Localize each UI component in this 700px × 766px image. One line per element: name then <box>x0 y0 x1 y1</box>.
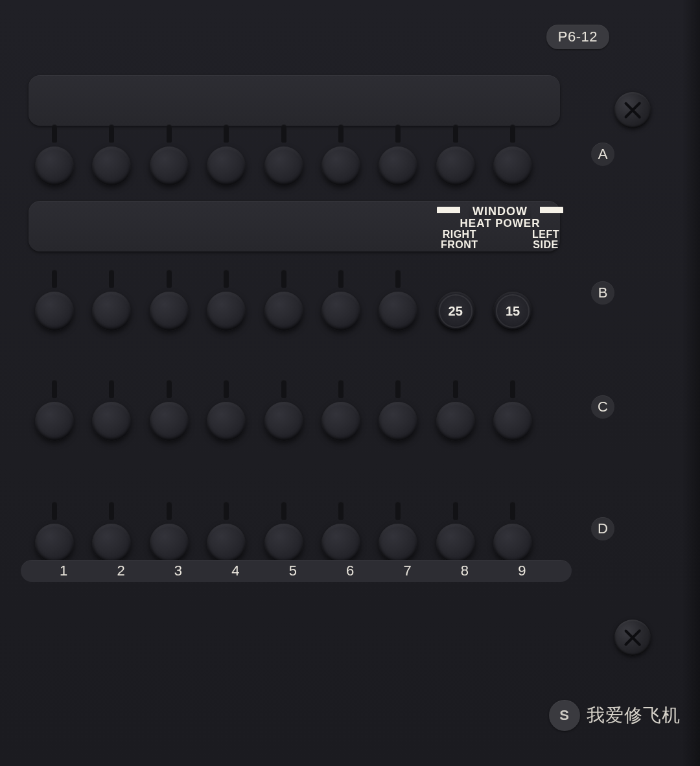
breaker-A-2[interactable] <box>92 121 131 185</box>
col-number-5: 5 <box>264 563 321 579</box>
breaker-C-8[interactable] <box>436 376 475 441</box>
breaker-C-7[interactable] <box>379 376 417 441</box>
breaker-D-4[interactable] <box>207 498 246 563</box>
row-B-knobs: 2515 <box>29 266 560 331</box>
breaker-cap <box>35 292 74 331</box>
breaker-stem <box>453 380 458 398</box>
breaker-stem <box>52 124 57 143</box>
breaker-B-6[interactable] <box>321 266 360 331</box>
breaker-stem <box>109 270 114 288</box>
col-number-4: 4 <box>207 563 264 579</box>
row-A-knobs <box>29 121 560 185</box>
breaker-stem <box>281 502 286 520</box>
breaker-D-7[interactable] <box>379 498 417 563</box>
watermark-text: 我爱修飞机 <box>587 703 681 728</box>
breaker-cap <box>436 146 475 185</box>
row-C-letter: C <box>591 395 614 419</box>
breaker-B-9[interactable]: 15 <box>493 266 532 331</box>
row-D-letter: D <box>591 517 614 540</box>
watermark-icon: S <box>549 700 580 731</box>
breaker-C-5[interactable] <box>264 376 303 441</box>
breaker-stem <box>224 124 229 143</box>
breaker-A-6[interactable] <box>321 121 360 185</box>
breaker-B-8[interactable]: 25 <box>436 266 475 331</box>
watermark: S 我爱修飞机 <box>549 700 681 731</box>
breaker-stem <box>52 502 57 520</box>
window-heat-label-group: WINDOW HEAT POWER RIGHT FRONT LEFT SIDE <box>437 205 563 250</box>
breaker-C-9[interactable] <box>493 376 532 441</box>
window-heat-sub: HEAT POWER <box>437 218 563 229</box>
breaker-B-1[interactable] <box>35 266 74 331</box>
breaker-D-1[interactable] <box>35 498 74 563</box>
breaker-C-3[interactable] <box>150 376 189 441</box>
breaker-B-4[interactable] <box>207 266 246 331</box>
row-A-letter: A <box>591 143 614 166</box>
breaker-cap <box>493 402 532 441</box>
row-C: C <box>29 350 560 441</box>
screw-top-right <box>614 92 651 128</box>
row-C-knobs <box>29 376 560 441</box>
breaker-stem <box>224 380 229 398</box>
breaker-cap <box>321 524 360 563</box>
breaker-panel: P6-12 A WINDOW HEAT POWER RIGHT <box>0 0 700 766</box>
row-D: D <box>29 472 560 563</box>
breaker-stem <box>167 380 172 398</box>
breaker-A-8[interactable] <box>436 121 475 185</box>
breaker-A-9[interactable] <box>493 121 532 185</box>
breaker-D-9[interactable] <box>493 498 532 563</box>
breaker-stem <box>224 502 229 520</box>
breaker-stem <box>167 124 172 143</box>
breaker-A-4[interactable] <box>207 121 246 185</box>
breaker-stem <box>52 270 57 288</box>
breaker-cap <box>207 402 246 441</box>
breaker-A-7[interactable] <box>379 121 417 185</box>
breaker-D-3[interactable] <box>150 498 189 563</box>
panel-id-badge: P6-12 <box>546 25 609 49</box>
breaker-cap <box>207 524 246 563</box>
row-A-label-bar <box>29 75 560 126</box>
breaker-stem <box>52 380 57 398</box>
breaker-B-3[interactable] <box>150 266 189 331</box>
breaker-cap <box>379 402 417 441</box>
breaker-cap <box>379 524 417 563</box>
breaker-D-8[interactable] <box>436 498 475 563</box>
col-number-9: 9 <box>493 563 550 579</box>
col-number-6: 6 <box>321 563 379 579</box>
col-number-7: 7 <box>379 563 436 579</box>
breaker-stem <box>109 124 114 143</box>
breaker-cap <box>493 524 532 563</box>
breaker-C-6[interactable] <box>321 376 360 441</box>
breaker-stem <box>510 124 515 143</box>
breaker-A-1[interactable] <box>35 121 74 185</box>
breaker-cap <box>321 402 360 441</box>
breaker-C-2[interactable] <box>92 376 131 441</box>
breaker-cap <box>207 292 246 331</box>
breaker-D-2[interactable] <box>92 498 131 563</box>
breaker-stem <box>167 502 172 520</box>
breaker-stem <box>109 380 114 398</box>
breaker-stem <box>338 380 344 398</box>
breaker-B-2[interactable] <box>92 266 131 331</box>
breaker-cap <box>92 292 131 331</box>
breaker-B-5[interactable] <box>264 266 303 331</box>
row-A: A <box>29 75 560 185</box>
breaker-stem <box>510 380 515 398</box>
breaker-cap <box>321 146 360 185</box>
breaker-A-5[interactable] <box>264 121 303 185</box>
bracket-icon <box>437 205 563 214</box>
breaker-B-7[interactable] <box>379 266 417 331</box>
breaker-stem <box>338 270 344 288</box>
breaker-stem <box>281 124 286 143</box>
breaker-A-3[interactable] <box>150 121 189 185</box>
breaker-D-5[interactable] <box>264 498 303 563</box>
breaker-D-6[interactable] <box>321 498 360 563</box>
breaker-C-4[interactable] <box>207 376 246 441</box>
breaker-grid: A WINDOW HEAT POWER RIGHT FRONT <box>29 75 560 563</box>
breaker-cap <box>379 146 417 185</box>
col-number-1: 1 <box>35 563 92 579</box>
breaker-cap <box>436 402 475 441</box>
fuse-value: 25 <box>436 292 475 331</box>
breaker-C-1[interactable] <box>35 376 74 441</box>
breaker-cap <box>150 146 189 185</box>
breaker-cap <box>264 146 303 185</box>
